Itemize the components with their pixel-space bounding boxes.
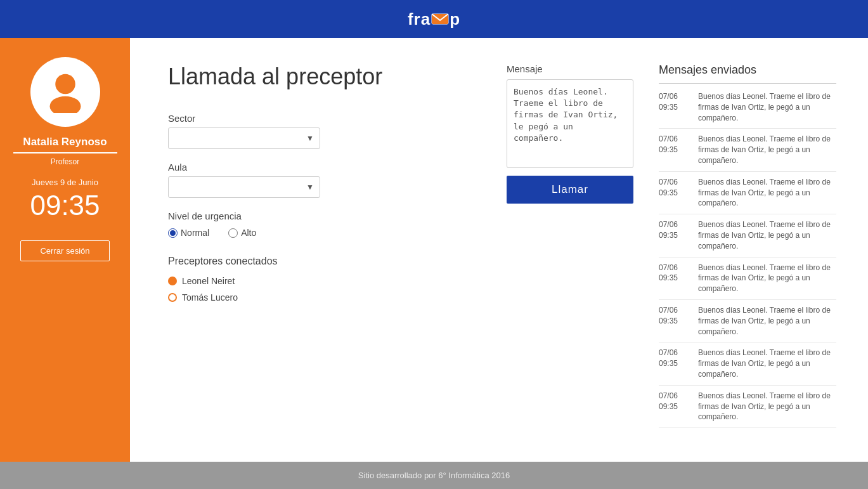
urgency-normal-text: Normal <box>181 228 209 238</box>
message-row: 07/06 09:35Buenos días Leonel. Traeme el… <box>659 386 836 428</box>
sector-select-wrapper: ▼ <box>168 127 320 149</box>
urgency-alto-label[interactable]: Alto <box>228 228 256 238</box>
user-role: Profesor <box>51 157 79 166</box>
sent-messages-divider <box>659 83 836 84</box>
user-date: Jueves 9 de Junio <box>32 178 98 187</box>
message-row: 07/06 09:35Buenos días Leonel. Traeme el… <box>659 214 836 257</box>
message-label: Mensaje <box>507 63 633 74</box>
message-row: 07/06 09:35Buenos días Leonel. Traeme el… <box>659 258 836 300</box>
online-indicator-1 <box>168 277 177 285</box>
page-title: Llamada al preceptor <box>168 63 481 90</box>
online-indicator-2 <box>168 293 177 302</box>
app-footer: Sitio desarrollado por 6° Informática 20… <box>0 462 868 489</box>
urgency-label: Nivel de urgencia <box>168 211 481 221</box>
envelope-icon <box>431 13 449 25</box>
message-textarea[interactable]: Buenos días Leonel. Traeme el libro de f… <box>507 79 633 168</box>
logo-text-after: p <box>450 10 460 29</box>
msg-text: Buenos días Leonel. Traeme el libro de f… <box>698 177 836 209</box>
urgency-alto-text: Alto <box>241 228 256 238</box>
user-icon <box>43 68 87 115</box>
messages-list: 07/06 09:35Buenos días Leonel. Traeme el… <box>659 86 836 428</box>
msg-text: Buenos días Leonel. Traeme el libro de f… <box>698 91 836 123</box>
preceptor-name-1: Leonel Neiret <box>182 276 235 286</box>
msg-text: Buenos días Leonel. Traeme el libro de f… <box>698 391 836 422</box>
aula-select-wrapper: ▼ <box>168 176 320 198</box>
message-row: 07/06 09:35Buenos días Leonel. Traeme el… <box>659 300 836 342</box>
urgency-alto-radio[interactable] <box>228 228 238 238</box>
msg-datetime: 07/06 09:35 <box>659 134 690 155</box>
sector-field-group: Sector ▼ <box>168 113 481 149</box>
message-column: Mensaje Buenos días Leonel. Traeme el li… <box>507 63 633 436</box>
msg-text: Buenos días Leonel. Traeme el libro de f… <box>698 263 836 294</box>
main-content: Llamada al preceptor Sector ▼ Aula <box>130 38 868 462</box>
msg-text: Buenos días Leonel. Traeme el libro de f… <box>698 305 836 337</box>
sector-select[interactable] <box>168 127 320 149</box>
message-row: 07/06 09:35Buenos días Leonel. Traeme el… <box>659 342 836 385</box>
sector-label: Sector <box>168 113 481 124</box>
msg-datetime: 07/06 09:35 <box>659 391 690 412</box>
right-column: Mensaje Buenos días Leonel. Traeme el li… <box>507 63 836 436</box>
app-header: fra p <box>0 0 868 38</box>
urgency-section: Nivel de urgencia Normal Alto <box>168 211 481 238</box>
urgency-radio-group: Normal Alto <box>168 228 481 238</box>
msg-text: Buenos días Leonel. Traeme el libro de f… <box>698 134 836 166</box>
urgency-normal-label[interactable]: Normal <box>168 228 209 238</box>
msg-datetime: 07/06 09:35 <box>659 219 690 241</box>
logout-button[interactable]: Cerrar sesión <box>20 240 109 261</box>
aula-field-group: Aula ▼ <box>168 162 481 198</box>
svg-point-2 <box>55 74 75 95</box>
preceptor-item-1: Leonel Neiret <box>168 276 481 286</box>
urgency-normal-radio[interactable] <box>168 228 178 238</box>
aula-select[interactable] <box>168 176 320 198</box>
msg-datetime: 07/06 09:35 <box>659 91 690 113</box>
msg-datetime: 07/06 09:35 <box>659 263 690 284</box>
sidebar: Natalia Reynoso Profesor Jueves 9 de Jun… <box>0 38 130 462</box>
user-name: Natalia Reynoso <box>23 136 107 148</box>
aula-label: Aula <box>168 162 481 173</box>
preceptors-title: Preceptores conectados <box>168 256 481 267</box>
footer-text: Sitio desarrollado por 6° Informática 20… <box>358 471 510 480</box>
sent-messages-title: Mensajes enviados <box>659 63 836 77</box>
call-button[interactable]: Llamar <box>507 176 633 204</box>
msg-text: Buenos días Leonel. Traeme el libro de f… <box>698 348 836 379</box>
msg-datetime: 07/06 09:35 <box>659 348 690 369</box>
msg-datetime: 07/06 09:35 <box>659 305 690 327</box>
preceptor-item-2: Tomás Lucero <box>168 292 481 303</box>
main-wrapper: Natalia Reynoso Profesor Jueves 9 de Jun… <box>0 38 868 462</box>
preceptor-name-2: Tomás Lucero <box>182 292 238 303</box>
preceptors-section: Preceptores conectados Leonel Neiret Tom… <box>168 256 481 303</box>
sent-messages-column: Mensajes enviados 07/06 09:35Buenos días… <box>659 63 836 436</box>
user-time: 09:35 <box>30 190 100 221</box>
message-row: 07/06 09:35Buenos días Leonel. Traeme el… <box>659 129 836 171</box>
msg-text: Buenos días Leonel. Traeme el libro de f… <box>698 219 836 251</box>
logo: fra p <box>408 10 460 29</box>
form-column: Llamada al preceptor Sector ▼ Aula <box>168 63 481 436</box>
message-row: 07/06 09:35Buenos días Leonel. Traeme el… <box>659 86 836 129</box>
logo-text-before: fra <box>408 10 431 29</box>
msg-datetime: 07/06 09:35 <box>659 177 690 199</box>
message-row: 07/06 09:35Buenos días Leonel. Traeme el… <box>659 172 836 214</box>
avatar <box>30 57 100 127</box>
svg-point-3 <box>49 96 81 113</box>
user-divider <box>13 152 117 153</box>
